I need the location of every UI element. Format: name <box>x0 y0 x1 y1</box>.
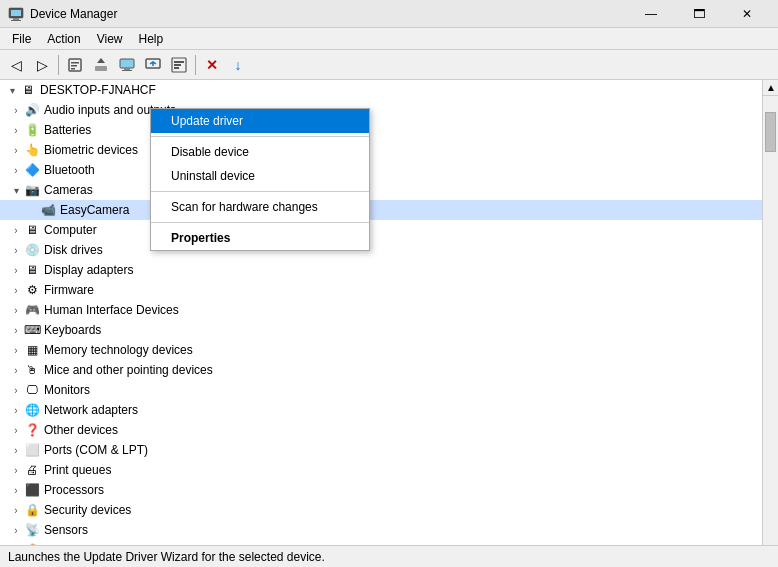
window-controls: — 🗖 ✕ <box>628 0 770 28</box>
expand-arrow-mice[interactable]: › <box>8 365 24 376</box>
expand-arrow-processors[interactable]: › <box>8 485 24 496</box>
expand-arrow-ports[interactable]: › <box>8 445 24 456</box>
expand-arrow-sensors[interactable]: › <box>8 525 24 536</box>
tree-item-ports[interactable]: ›⬜Ports (COM & LPT) <box>0 440 762 460</box>
expand-arrow-keyboards[interactable]: › <box>8 325 24 336</box>
tree-item-easycamera[interactable]: 📹EasyCamera <box>0 200 762 220</box>
menu-view[interactable]: View <box>89 30 131 48</box>
show-all-button[interactable] <box>167 53 191 77</box>
tree-label-memorytech: Memory technology devices <box>44 343 193 357</box>
svg-rect-5 <box>71 62 79 64</box>
tree-item-biometric[interactable]: ›👆Biometric devices <box>0 140 762 160</box>
show-all-icon <box>171 57 187 73</box>
scan-button[interactable] <box>141 53 165 77</box>
toolbar-sep-1 <box>58 55 59 75</box>
expand-arrow-humaninterface[interactable]: › <box>8 305 24 316</box>
tree-item-mice[interactable]: ›🖱Mice and other pointing devices <box>0 360 762 380</box>
tree-item-root[interactable]: ▾🖥DESKTOP-FJNAHCF <box>0 80 762 100</box>
expand-arrow-security[interactable]: › <box>8 505 24 516</box>
tree-label-security: Security devices <box>44 503 131 517</box>
tree-item-displayadapters[interactable]: ›🖥Display adapters <box>0 260 762 280</box>
tree-item-memorytech[interactable]: ›▦Memory technology devices <box>0 340 762 360</box>
svg-rect-12 <box>122 70 132 71</box>
tree-item-other[interactable]: ›❓Other devices <box>0 420 762 440</box>
expand-arrow-displayadapters[interactable]: › <box>8 265 24 276</box>
uninstall-button[interactable]: ✕ <box>200 53 224 77</box>
minimize-button[interactable]: — <box>628 0 674 28</box>
tree-label-batteries: Batteries <box>44 123 91 137</box>
expand-arrow-root[interactable]: ▾ <box>4 85 20 96</box>
expand-arrow-other[interactable]: › <box>8 425 24 436</box>
update-driver-icon <box>93 57 109 73</box>
properties-button[interactable] <box>63 53 87 77</box>
toolbar-sep-2 <box>195 55 196 75</box>
ports-icon: ⬜ <box>24 442 40 458</box>
scroll-thumb[interactable] <box>765 112 776 152</box>
status-bar: Launches the Update Driver Wizard for th… <box>0 545 778 567</box>
main-content: ▾🖥DESKTOP-FJNAHCF›🔊Audio inputs and outp… <box>0 80 778 545</box>
close-button[interactable]: ✕ <box>724 0 770 28</box>
expand-arrow-monitors[interactable]: › <box>8 385 24 396</box>
expand-arrow-bluetooth[interactable]: › <box>8 165 24 176</box>
tree-item-processors[interactable]: ›⬛Processors <box>0 480 762 500</box>
expand-arrow-batteries[interactable]: › <box>8 125 24 136</box>
tree-item-monitors[interactable]: ›🖵Monitors <box>0 380 762 400</box>
tree-item-humaninterface[interactable]: ›🎮Human Interface Devices <box>0 300 762 320</box>
device-tree[interactable]: ▾🖥DESKTOP-FJNAHCF›🔊Audio inputs and outp… <box>0 80 762 545</box>
app-icon <box>8 6 24 22</box>
tree-item-bluetooth[interactable]: ›🔷Bluetooth <box>0 160 762 180</box>
tree-item-diskdrives[interactable]: ›💿Disk drives <box>0 240 762 260</box>
expand-arrow-memorytech[interactable]: › <box>8 345 24 356</box>
tree-item-security[interactable]: ›🔒Security devices <box>0 500 762 520</box>
expand-arrow-audio[interactable]: › <box>8 105 24 116</box>
forward-button[interactable]: ▷ <box>30 53 54 77</box>
context-menu-scan-hardware[interactable]: Scan for hardware changes <box>151 195 369 219</box>
context-menu-sep-2 <box>151 191 369 192</box>
title-bar: Device Manager — 🗖 ✕ <box>0 0 778 28</box>
menu-bar: File Action View Help <box>0 28 778 50</box>
context-menu-update-driver[interactable]: Update driver <box>151 109 369 133</box>
expand-arrow-software[interactable]: › <box>8 545 24 546</box>
expand-arrow-diskdrives[interactable]: › <box>8 245 24 256</box>
svg-rect-1 <box>11 10 21 16</box>
svg-rect-3 <box>11 20 21 21</box>
add-hardware-button[interactable]: ↓ <box>226 53 250 77</box>
context-menu-properties[interactable]: Properties <box>151 226 369 250</box>
expand-arrow-biometric[interactable]: › <box>8 145 24 156</box>
menu-help[interactable]: Help <box>131 30 172 48</box>
tree-item-keyboards[interactable]: ›⌨Keyboards <box>0 320 762 340</box>
expand-arrow-print[interactable]: › <box>8 465 24 476</box>
tree-item-print[interactable]: ›🖨Print queues <box>0 460 762 480</box>
context-menu-uninstall-device[interactable]: Uninstall device <box>151 164 369 188</box>
scroll-up-btn[interactable]: ▲ <box>763 80 778 96</box>
view-computer-button[interactable] <box>115 53 139 77</box>
network-icon: 🌐 <box>24 402 40 418</box>
expand-arrow-network[interactable]: › <box>8 405 24 416</box>
tree-item-audio[interactable]: ›🔊Audio inputs and outputs <box>0 100 762 120</box>
context-menu-disable-device[interactable]: Disable device <box>151 140 369 164</box>
update-driver-button[interactable] <box>89 53 113 77</box>
expand-arrow-computer[interactable]: › <box>8 225 24 236</box>
tree-item-batteries[interactable]: ›🔋Batteries <box>0 120 762 140</box>
computer-icon: 🖥 <box>24 222 40 238</box>
tree-label-keyboards: Keyboards <box>44 323 101 337</box>
svg-rect-16 <box>174 64 181 66</box>
tree-item-sensors[interactable]: ›📡Sensors <box>0 520 762 540</box>
expand-arrow-firmware[interactable]: › <box>8 285 24 296</box>
tree-item-software[interactable]: ›📦Software devices <box>0 540 762 545</box>
tree-label-sensors: Sensors <box>44 523 88 537</box>
window-title: Device Manager <box>30 7 117 21</box>
menu-file[interactable]: File <box>4 30 39 48</box>
back-button[interactable]: ◁ <box>4 53 28 77</box>
svg-rect-7 <box>71 68 75 70</box>
expand-arrow-cameras[interactable]: ▾ <box>8 185 24 196</box>
context-menu-sep-1 <box>151 136 369 137</box>
tree-item-firmware[interactable]: ›⚙Firmware <box>0 280 762 300</box>
tree-item-network[interactable]: ›🌐Network adapters <box>0 400 762 420</box>
tree-item-cameras[interactable]: ▾📷Cameras <box>0 180 762 200</box>
tree-label-bluetooth: Bluetooth <box>44 163 95 177</box>
menu-action[interactable]: Action <box>39 30 88 48</box>
tree-item-computer[interactable]: ›🖥Computer <box>0 220 762 240</box>
maximize-button[interactable]: 🗖 <box>676 0 722 28</box>
scrollbar[interactable]: ▲ <box>762 80 778 545</box>
